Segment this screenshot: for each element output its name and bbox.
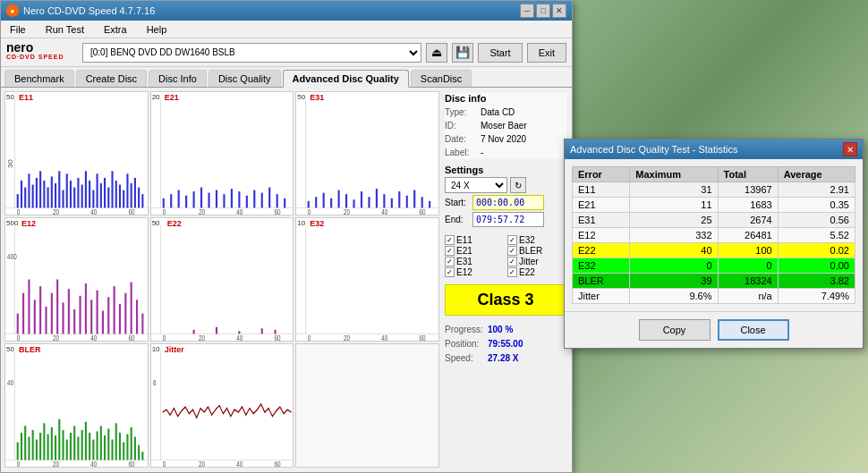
eject-icon[interactable]: ⏏ (426, 43, 447, 63)
settings-section: Settings 24 X ↻ Start: End: (445, 165, 566, 229)
menu-file[interactable]: File (4, 22, 31, 37)
error-jitter: Jitter (573, 289, 630, 304)
svg-rect-34 (138, 188, 140, 208)
svg-rect-11 (51, 176, 53, 207)
cb-e31[interactable]: ✓ (445, 257, 455, 266)
svg-rect-153 (81, 430, 83, 460)
svg-rect-168 (138, 445, 140, 460)
app-icon: ● (6, 4, 19, 17)
cb-jitter[interactable]: ✓ (507, 257, 517, 266)
svg-rect-21 (89, 181, 90, 207)
svg-rect-152 (77, 437, 79, 460)
stats-content: Error Maximum Total Average E11 31 13967… (565, 159, 863, 311)
cb-e11[interactable]: ✓ (445, 235, 455, 245)
svg-rect-111 (141, 314, 143, 334)
cb-e21[interactable]: ✓ (445, 246, 455, 256)
exit-button[interactable]: Exit (527, 43, 566, 63)
table-row-jitter: Jitter 9.6% n/a 7.49% (573, 289, 855, 304)
progress-row: Progress: 100 % (445, 323, 566, 337)
max-e12: 332 (630, 228, 718, 243)
avg-e22: 0.02 (778, 243, 855, 258)
total-e31: 2674 (718, 213, 778, 228)
svg-rect-55 (253, 190, 255, 208)
maximize-button[interactable]: □ (536, 4, 550, 18)
tab-advanced-disc-quality[interactable]: Advanced Disc Quality (283, 70, 409, 88)
speed-row: Speed: 27.28 X (445, 351, 566, 366)
svg-rect-138 (24, 426, 26, 460)
close-button[interactable]: Close (718, 319, 789, 341)
main-window: ● Nero CD-DVD Speed 4.7.7.16 ─ □ ✕ File … (0, 0, 573, 473)
svg-rect-52 (231, 189, 233, 207)
cb-bler[interactable]: ✓ (507, 246, 517, 256)
svg-text:0: 0 (308, 334, 311, 341)
stats-title: Advanced Disc Quality Test - Statistics (570, 144, 843, 155)
tab-benchmark[interactable]: Benchmark (4, 70, 74, 87)
svg-rect-51 (223, 194, 225, 207)
tab-disc-info[interactable]: Disc Info (149, 70, 207, 87)
svg-text:60: 60 (420, 334, 427, 341)
menu-run-test[interactable]: Run Test (40, 22, 89, 37)
table-row: E11 31 13967 2.91 (573, 182, 855, 198)
title-bar: ● Nero CD-DVD Speed 4.7.7.16 ─ □ ✕ (1, 1, 572, 21)
svg-rect-97 (62, 302, 64, 334)
menu-help[interactable]: Help (141, 22, 173, 37)
table-row-bler: BLER 39 18324 3.82 (573, 274, 855, 289)
svg-rect-44 (170, 194, 172, 207)
speed-label: Speed: (445, 351, 484, 366)
col-error: Error (573, 167, 630, 182)
svg-rect-157 (97, 431, 98, 460)
start-button[interactable]: Start (478, 43, 522, 63)
svg-rect-119 (192, 330, 194, 334)
svg-text:40: 40 (7, 378, 14, 387)
svg-rect-145 (51, 427, 53, 460)
cb-e12[interactable]: ✓ (445, 267, 455, 277)
disc-date-label: Date: (445, 132, 477, 146)
col-total: Total (718, 167, 778, 182)
max-e21: 11 (630, 198, 718, 213)
svg-rect-143 (43, 423, 45, 460)
tab-disc-quality[interactable]: Disc Quality (208, 70, 281, 87)
stats-close-icon[interactable]: ✕ (843, 142, 857, 156)
start-time-input[interactable] (472, 195, 544, 210)
svg-rect-2 (17, 194, 19, 207)
drive-select[interactable]: [0:0] BENQ DVD DD DW1640 BSLB (82, 43, 421, 63)
svg-rect-169 (141, 452, 143, 460)
cb-e22-row: ✓ E22 (507, 267, 566, 277)
copy-button[interactable]: Copy (639, 319, 711, 341)
close-button[interactable]: ✕ (552, 4, 566, 18)
svg-rect-69 (330, 198, 332, 208)
svg-rect-103 (97, 291, 98, 334)
table-row: E21 11 1683 0.35 (573, 198, 855, 213)
avg-e32: 0.00 (778, 258, 855, 274)
max-jitter: 9.6% (630, 289, 718, 304)
avg-e31: 0.56 (778, 213, 855, 228)
save-icon[interactable]: 💾 (452, 43, 473, 63)
graph-jitter: 10 Jitter 0 20 40 60 8 (150, 343, 294, 468)
minimize-button[interactable]: ─ (520, 4, 534, 18)
svg-text:0: 0 (162, 460, 166, 467)
cb-e22[interactable]: ✓ (507, 267, 517, 277)
e12-chart: 0 20 40 60 400 (5, 218, 148, 341)
disc-id-label: ID: (445, 119, 477, 132)
svg-rect-71 (345, 194, 347, 207)
svg-rect-160 (107, 428, 109, 460)
tab-scan-disc[interactable]: ScanDisc (411, 70, 472, 87)
svg-rect-20 (85, 171, 87, 207)
speed-select[interactable]: 24 X (445, 177, 507, 193)
total-bler: 18324 (718, 274, 778, 289)
tab-create-disc[interactable]: Create Disc (76, 70, 147, 87)
cb-e32-row: ✓ E32 (507, 235, 566, 245)
svg-rect-150 (70, 433, 72, 460)
graph-empty (295, 343, 439, 468)
svg-rect-19 (81, 185, 83, 208)
menu-extra[interactable]: Extra (98, 22, 132, 37)
jitter-chart: 0 20 40 60 8 (151, 344, 294, 467)
settings-title: Settings (445, 165, 566, 175)
disc-info-title: Disc info (445, 93, 566, 104)
total-e32: 0 (718, 258, 778, 274)
end-time-input[interactable] (472, 212, 544, 227)
cb-e32[interactable]: ✓ (507, 235, 517, 245)
svg-rect-165 (126, 434, 128, 460)
refresh-button[interactable]: ↻ (510, 177, 526, 193)
end-time-label: End: (445, 215, 470, 224)
